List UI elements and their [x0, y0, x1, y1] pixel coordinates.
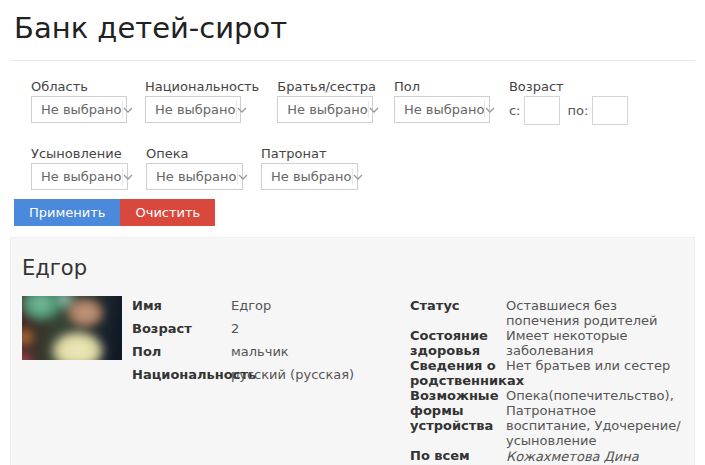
nationality-label: Национальность: [145, 79, 259, 94]
detail-row: Сведения о родственниках Нет братьев или…: [410, 358, 684, 388]
chevron-down-icon: [122, 168, 133, 185]
gender-label: Пол: [394, 79, 490, 94]
detail-row: Пол мальчик: [132, 344, 410, 359]
region-select-value: Не выбрано: [32, 102, 122, 117]
detail-label: Имя: [132, 298, 231, 313]
chevron-down-icon: [122, 101, 133, 118]
detail-label: Национальность: [132, 367, 231, 382]
chevron-down-icon: [352, 168, 363, 185]
filter-actions: Применить Очистить: [14, 199, 705, 226]
child-details-right: Статус Оставшиеся без попечения родителе…: [410, 296, 684, 465]
detail-label: Состояние здоровья: [410, 328, 506, 358]
filter-group-guardianship: Опека Не выбрано: [146, 146, 243, 190]
child-photo: [22, 296, 122, 360]
patronage-label: Патронат: [261, 146, 358, 161]
patronage-select[interactable]: Не выбрано: [261, 163, 358, 190]
guardianship-label: Опека: [146, 146, 243, 161]
detail-row: Национальность русский (русская): [132, 367, 410, 382]
chevron-down-icon: [368, 101, 379, 118]
filter-group-adoption: Усыновление Не выбрано: [31, 146, 128, 190]
detail-label: Статус: [410, 298, 506, 328]
guardianship-select-value: Не выбрано: [147, 169, 237, 184]
region-select[interactable]: Не выбрано: [31, 96, 127, 123]
siblings-label: Братья/сестра: [277, 79, 376, 94]
detail-value: Едгор: [231, 298, 271, 313]
nationality-select-value: Не выбрано: [146, 102, 236, 117]
chevron-down-icon: [484, 101, 495, 118]
apply-button[interactable]: Применить: [14, 199, 120, 226]
child-details-left: Имя Едгор Возраст 2 Пол мальчик Национал…: [132, 296, 410, 390]
detail-row: Состояние здоровья Имеет некоторые забол…: [410, 328, 684, 358]
nationality-select[interactable]: Не выбрано: [145, 96, 241, 123]
filters-panel: Область Не выбрано Национальность Не выб…: [0, 61, 705, 190]
detail-label: Сведения о родственниках: [410, 358, 506, 388]
siblings-select-value: Не выбрано: [278, 102, 368, 117]
filter-group-nationality: Национальность Не выбрано: [145, 79, 259, 123]
contact-persons-value: Кожахметова Дина Тулюбаевна, Билялова Ай…: [506, 448, 684, 465]
child-card-body: Имя Едгор Возраст 2 Пол мальчик Национал…: [22, 296, 683, 465]
adoption-select[interactable]: Не выбрано: [31, 163, 128, 190]
guardianship-select[interactable]: Не выбрано: [146, 163, 243, 190]
chevron-down-icon: [236, 101, 247, 118]
child-result-card: Едгор Имя Едгор Возраст 2 Пол мальчик: [10, 237, 695, 465]
region-label: Область: [31, 79, 127, 94]
detail-value: русский (русская): [231, 367, 354, 382]
detail-value: мальчик: [231, 344, 289, 359]
detail-label: По всем вопросам обращаться: [410, 448, 506, 465]
detail-row: По всем вопросам обращаться Кожахметова …: [410, 448, 684, 465]
detail-value: Имеет некоторые заболевания: [506, 328, 684, 358]
filter-row-2: Усыновление Не выбрано Опека Не выбрано: [31, 146, 705, 190]
detail-row: Статус Оставшиеся без попечения родителе…: [410, 298, 684, 328]
adoption-select-value: Не выбрано: [32, 169, 122, 184]
detail-value: 2: [231, 321, 239, 336]
detail-value: Опека(попечительство), Патронатное воспи…: [506, 388, 684, 448]
filter-row-1: Область Не выбрано Национальность Не выб…: [31, 79, 705, 125]
filter-group-age: Возраст с: по:: [509, 79, 628, 125]
filter-group-gender: Пол Не выбрано: [394, 79, 490, 123]
age-to-label: по:: [567, 103, 588, 118]
age-to-input[interactable]: [592, 96, 628, 125]
gender-select-value: Не выбрано: [395, 102, 485, 117]
detail-label: Возраст: [132, 321, 231, 336]
detail-row: Имя Едгор: [132, 298, 410, 313]
filter-group-region: Область Не выбрано: [31, 79, 127, 123]
detail-label: Пол: [132, 344, 231, 359]
detail-row: Возраст 2: [132, 321, 410, 336]
orphan-bank-page: Банк детей-сирот Область Не выбрано Наци…: [0, 11, 705, 465]
page-title: Банк детей-сирот: [14, 11, 705, 45]
patronage-select-value: Не выбрано: [262, 169, 352, 184]
adoption-label: Усыновление: [31, 146, 128, 161]
siblings-select[interactable]: Не выбрано: [277, 96, 373, 123]
filter-group-siblings: Братья/сестра Не выбрано: [277, 79, 376, 123]
age-from-label: с:: [509, 103, 521, 118]
child-photo-image: [22, 296, 122, 360]
age-label: Возраст: [509, 79, 628, 94]
detail-value: Нет братьев или сестер: [506, 358, 684, 388]
age-inputs: с: по:: [509, 96, 628, 125]
detail-row: Возможные формы устройства Опека(попечит…: [410, 388, 684, 448]
chevron-down-icon: [237, 168, 248, 185]
age-from-input[interactable]: [524, 96, 560, 125]
filter-group-patronage: Патронат Не выбрано: [261, 146, 358, 190]
gender-select[interactable]: Не выбрано: [394, 96, 490, 123]
clear-button[interactable]: Очистить: [120, 199, 215, 226]
child-name-heading: Едгор: [22, 256, 683, 280]
detail-value: Оставшиеся без попечения родителей: [506, 298, 684, 328]
detail-label: Возможные формы устройства: [410, 388, 506, 448]
